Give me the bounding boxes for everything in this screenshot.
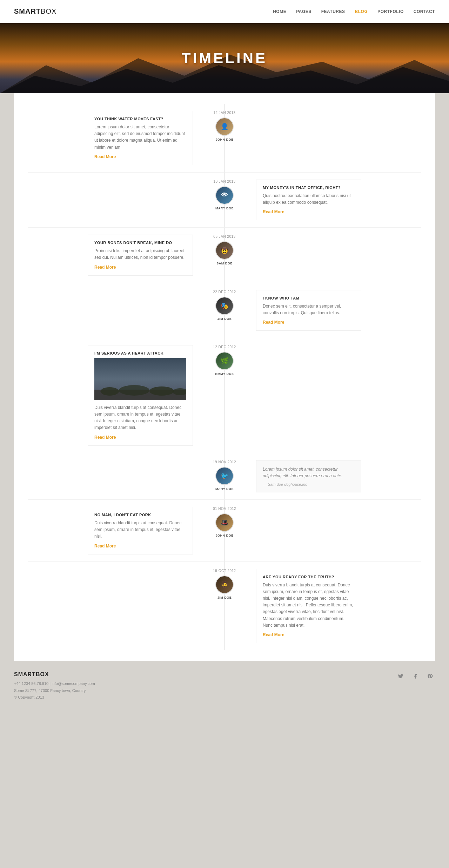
header: SMARTBOX HOME PAGES FEATURES BLOG PORTFO… <box>0 0 449 23</box>
post-card-8: ARE YOU READY FOR THE TRUTH? Duis viverr… <box>256 569 361 643</box>
timeline-date-2: 10 JAN 2013 <box>213 180 235 183</box>
timeline-date-8: 19 OCT 2012 <box>213 569 236 573</box>
timeline-right-4: I KNOW WHO I AM Donec sem elit, consecte… <box>246 283 421 338</box>
timeline-date-1: 12 JAN 2013 <box>213 111 235 115</box>
read-more-1: Read More <box>94 154 186 159</box>
nav-blog[interactable]: BLOG <box>355 9 368 14</box>
avatar-name-3: SAM DOE <box>216 262 233 265</box>
avatar-4: 🎭 <box>215 297 234 315</box>
avatar-name-5: EMMY DOE <box>215 372 234 376</box>
timeline-left-4 <box>28 283 203 338</box>
post-body-7: Duis viverra blandit turpis at consequat… <box>94 520 186 540</box>
timeline-left-7: NO MAN, I DON'T EAT PORK Duis viverra bl… <box>28 500 203 561</box>
read-more-7: Read More <box>94 544 186 549</box>
post-body-5: Duis viverra blandit turpis at consequat… <box>94 404 186 431</box>
footer-logo: SMARTBOX <box>14 671 95 678</box>
post-title-5: I'M SERIOUS AS A HEART ATTACK <box>94 351 186 355</box>
timeline-date-4: 22 DEC 2012 <box>213 290 236 294</box>
timeline-center-3: 05 JAN 2013 🤠 SAM DOE <box>203 228 246 282</box>
read-more-8: Read More <box>263 632 355 637</box>
svg-point-5 <box>119 385 149 396</box>
timeline-right-5 <box>246 338 421 453</box>
read-more-2: Read More <box>263 209 355 214</box>
post-title-7: NO MAN, I DON'T EAT PORK <box>94 513 186 517</box>
timeline-right-2: MY MONEY'S IN THAT OFFICE, RIGHT? Quis n… <box>246 173 421 227</box>
timeline-date-6: 19 NOV 2012 <box>213 460 236 464</box>
avatar-5: 🌿 <box>215 352 234 370</box>
read-more-4: Read More <box>263 320 355 325</box>
footer-contact: +44 1234 56.78.910 | info@somecompany.co… <box>14 680 95 701</box>
nav-home[interactable]: HOME <box>273 9 286 14</box>
timeline-center-7: 01 NOV 2012 🎩 JOHN DOE <box>203 500 246 561</box>
post-card-1: YOU THINK WATER MOVES FAST? Lorem ipsum … <box>88 111 193 165</box>
footer-copyright: © Copyright 2013 <box>14 694 95 701</box>
footer: SMARTBOX +44 1234 56.78.910 | info@somec… <box>0 661 449 712</box>
timeline-right-7 <box>246 500 421 561</box>
timeline-left-1: YOU THINK WATER MOVES FAST? Lorem ipsum … <box>28 104 203 172</box>
quote-text-6: Lorem ipsum dolor sit amet, consectetur … <box>263 466 355 479</box>
avatar-name-2: MARY DOE <box>215 207 234 210</box>
nav-contact[interactable]: CONTACT <box>414 9 435 14</box>
main-content: YOU THINK WATER MOVES FAST? Lorem ipsum … <box>14 93 435 661</box>
read-more-5: Read More <box>94 435 186 440</box>
post-body-4: Donec sem elit, consectetur a semper vel… <box>263 303 355 316</box>
pinterest-icon[interactable] <box>425 671 435 681</box>
post-card-5: I'M SERIOUS AS A HEART ATTACK <box>88 345 193 446</box>
timeline-right-3 <box>246 228 421 282</box>
timeline-center-1: 12 JAN 2013 👤 JOHN DOE <box>203 104 246 172</box>
main-nav: HOME PAGES FEATURES BLOG PORTFOLIO CONTA… <box>273 9 435 14</box>
timeline-date-3: 05 JAN 2013 <box>213 235 235 238</box>
timeline-date-5: 12 DEC 2012 <box>213 345 236 349</box>
quote-card-6: Lorem ipsum dolor sit amet, consectetur … <box>256 460 361 492</box>
timeline-center-2: 10 JAN 2013 👁 MARY DOE <box>203 173 246 227</box>
avatar-7: 🎩 <box>215 513 234 532</box>
avatar-6: 🐦 <box>215 467 234 485</box>
post-title-3: YOUR BONES DON'T BREAK, MINE DO <box>94 241 186 245</box>
timeline-center-6: 19 NOV 2012 🐦 MARY DOE <box>203 453 246 499</box>
svg-point-6 <box>149 386 174 396</box>
timeline-left-8 <box>28 562 203 650</box>
nav-pages[interactable]: PAGES <box>296 9 311 14</box>
logo-regular: BOX <box>41 7 56 15</box>
post-card-2: MY MONEY'S IN THAT OFFICE, RIGHT? Quis n… <box>256 180 361 220</box>
footer-address: Some St 777, 47000 Fancy town, Country. <box>14 687 95 694</box>
timeline-right-8: ARE YOU READY FOR THE TRUTH? Duis viverr… <box>246 562 421 650</box>
post-title-4: I KNOW WHO I AM <box>263 296 355 300</box>
timeline-center-5: 12 DEC 2012 🌿 EMMY DOE <box>203 338 246 453</box>
avatar-1: 👤 <box>215 117 234 136</box>
post-card-7: NO MAN, I DON'T EAT PORK Duis viverra bl… <box>88 507 193 554</box>
nav-features[interactable]: FEATURES <box>321 9 345 14</box>
timeline-center-8: 19 OCT 2012 🧔 JIM DOE <box>203 562 246 650</box>
post-title-2: MY MONEY'S IN THAT OFFICE, RIGHT? <box>263 186 355 190</box>
nav-portfolio[interactable]: PORTFOLIO <box>377 9 404 14</box>
footer-left: SMARTBOX +44 1234 56.78.910 | info@somec… <box>14 671 95 701</box>
post-card-3: YOUR BONES DON'T BREAK, MINE DO Proin ni… <box>88 235 193 275</box>
logo-bold: SMART <box>14 7 41 15</box>
post-card-4: I KNOW WHO I AM Donec sem elit, consecte… <box>256 290 361 331</box>
avatar-name-4: JIM DOE <box>217 317 232 321</box>
post-title-8: ARE YOU READY FOR THE TRUTH? <box>263 575 355 579</box>
logo[interactable]: SMARTBOX <box>14 7 56 15</box>
twitter-icon[interactable] <box>396 671 406 681</box>
read-more-3: Read More <box>94 265 186 270</box>
avatar-3: 🤠 <box>215 241 234 260</box>
timeline-center-4: 22 DEC 2012 🎭 JIM DOE <box>203 283 246 338</box>
avatar-name-6: MARY DOE <box>215 487 234 491</box>
footer-phone-email: +44 1234 56.78.910 | info@somecompany.co… <box>14 680 95 687</box>
timeline-left-3: YOUR BONES DON'T BREAK, MINE DO Proin ni… <box>28 228 203 282</box>
avatar-name-8: JIM DOE <box>217 596 232 599</box>
quote-attr-6: — Sam doe doghouse.inc <box>263 482 355 486</box>
hero-title: TIMELINE <box>182 50 267 67</box>
facebook-icon[interactable] <box>410 671 420 681</box>
avatar-name-7: JOHN DOE <box>215 534 233 537</box>
timeline-date-7: 01 NOV 2012 <box>213 507 236 511</box>
post-body-8: Duis viverra blandit turpis at consequat… <box>263 582 355 629</box>
svg-point-4 <box>100 387 119 396</box>
post-body-3: Proin nisi felis, imperdiet at adipiscin… <box>94 248 186 261</box>
timeline-left-2 <box>28 173 203 227</box>
post-body-2: Quis nostrud exercitation ullamco labori… <box>263 193 355 206</box>
hero-banner: TIMELINE <box>0 23 449 93</box>
timeline-left-6 <box>28 453 203 499</box>
avatar-2: 👁 <box>215 186 234 204</box>
timeline: YOU THINK WATER MOVES FAST? Lorem ipsum … <box>28 104 421 650</box>
